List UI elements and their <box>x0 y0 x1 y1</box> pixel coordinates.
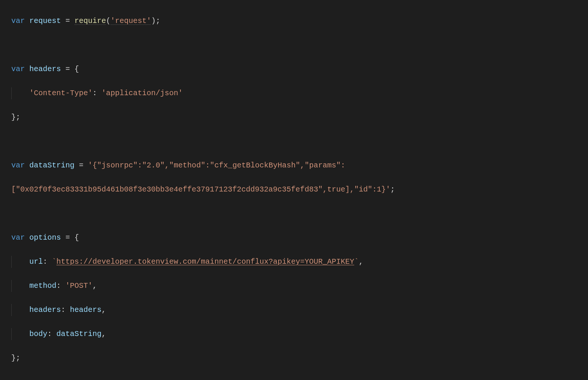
code-line[interactable]: var dataString = '{"jsonrpc":"2.0","meth… <box>11 160 588 172</box>
blank-line <box>11 376 588 380</box>
fn-require: require <box>74 17 106 25</box>
code-line[interactable]: }; <box>11 352 588 364</box>
identifier: headers <box>70 306 102 314</box>
keyword-var: var <box>11 65 25 73</box>
url-literal: https://developer.tokenview.com/mainnet/… <box>56 257 354 266</box>
code-line[interactable]: url: `https://developer.tokenview.com/ma… <box>11 256 588 268</box>
keyword-var: var <box>11 17 25 25</box>
code-line[interactable]: headers: headers, <box>11 304 588 316</box>
code-line[interactable]: 'Content-Type': 'application/json' <box>11 87 588 99</box>
code-line[interactable]: var request = require('request'); <box>11 15 588 27</box>
keyword-var: var <box>11 233 25 242</box>
code-line[interactable]: body: dataString, <box>11 328 588 340</box>
string-literal: 'request' <box>111 17 151 25</box>
code-line[interactable]: ["0x02f0f3ec83331b95d461b08f3e30bb3e4eff… <box>11 184 588 196</box>
prop-key: method <box>29 281 56 290</box>
identifier: headers <box>29 65 61 73</box>
blank-line <box>11 39 588 51</box>
code-line[interactable]: method: 'POST', <box>11 280 588 292</box>
string-literal: '{"jsonrpc":"2.0","method":"cfx_getBlock… <box>88 161 345 170</box>
keyword-var: var <box>11 161 25 170</box>
prop-key: headers <box>29 306 61 314</box>
string-literal: ["0x02f0f3ec83331b95d461b08f3e30bb3e4eff… <box>11 185 390 194</box>
blank-line <box>11 208 588 220</box>
string-value: 'POST' <box>65 281 92 290</box>
code-line[interactable]: var options = { <box>11 232 588 244</box>
string-key: 'Content-Type' <box>29 89 92 97</box>
brace-close: }; <box>11 354 20 362</box>
code-editor[interactable]: var request = require('request'); var he… <box>0 0 588 380</box>
code-line[interactable]: }; <box>11 111 588 123</box>
identifier: request <box>29 17 61 25</box>
brace-close: }; <box>11 113 20 122</box>
identifier: options <box>29 233 61 242</box>
identifier: dataString <box>29 161 74 170</box>
blank-line <box>11 135 588 147</box>
code-line[interactable]: var headers = { <box>11 63 588 75</box>
string-value: 'application/json' <box>102 89 183 97</box>
prop-key: url <box>29 257 43 266</box>
prop-key: body <box>29 330 47 338</box>
identifier: dataString <box>56 330 102 338</box>
